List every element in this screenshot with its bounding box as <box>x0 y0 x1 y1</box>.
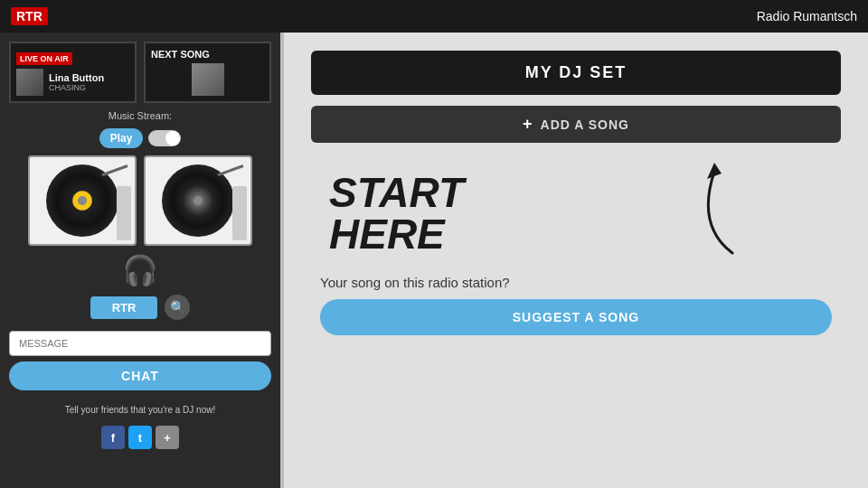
nav-title: Radio Rumantsch <box>757 9 857 23</box>
share-text: Tell your friends that you're a DJ now! <box>9 405 271 415</box>
play-button[interactable]: Play <box>99 128 144 148</box>
next-song-label: NEXT SONG <box>151 49 264 60</box>
live-thumbnail <box>16 69 43 96</box>
platter-right <box>232 186 247 240</box>
tonearm-right <box>217 164 243 176</box>
twitter-icon[interactable]: t <box>128 426 152 449</box>
right-panel: MY DJ SET + ADD A SONG START HERE Your s… <box>284 33 868 488</box>
rtr-logo: RTR <box>11 7 48 25</box>
add-song-plus-icon: + <box>523 115 533 134</box>
suggest-section: Your song on this radio station? SUGGEST… <box>311 275 841 335</box>
tonearm-left <box>101 164 127 176</box>
start-here-text: START HERE <box>329 172 464 255</box>
vinyl-hole-right <box>193 196 203 205</box>
live-badge: LIVE ON AIR <box>16 52 72 65</box>
svg-marker-0 <box>707 163 722 179</box>
plus-icon[interactable]: + <box>156 426 179 449</box>
main-layout: LIVE ON AIR Lina Button CHASING NEXT SON… <box>0 33 868 488</box>
top-nav: RTR Radio Rumantsch <box>0 0 868 33</box>
live-info: Lina Button CHASING <box>16 69 129 96</box>
play-toggle-row: Play <box>9 128 271 148</box>
start-here-arrow <box>642 154 769 262</box>
vinyl-hole-left <box>78 196 87 205</box>
vinyl-left <box>46 164 118 237</box>
live-text: Lina Button CHASING <box>49 72 104 92</box>
station-row: RTR 🔍 <box>9 295 271 320</box>
turntables <box>9 155 271 246</box>
live-on-air-panel: LIVE ON AIR Lina Button CHASING <box>9 42 137 103</box>
play-toggle-switch[interactable] <box>148 130 181 146</box>
live-song: CHASING <box>49 83 104 92</box>
start-here-line2: HERE <box>329 213 464 255</box>
headphones-icon: 🎧 <box>122 253 158 287</box>
dj-set-bar: MY DJ SET <box>311 51 841 95</box>
add-song-bar[interactable]: + ADD A SONG <box>311 106 841 143</box>
turntable-left <box>28 155 137 246</box>
music-stream-label: Music Stream: <box>9 110 271 121</box>
live-artist: Lina Button <box>49 72 104 83</box>
chat-section: CHAT <box>9 331 271 390</box>
now-next-row: LIVE ON AIR Lina Button CHASING NEXT SON… <box>9 42 271 103</box>
left-panel: LIVE ON AIR Lina Button CHASING NEXT SON… <box>0 33 280 488</box>
social-icons: f t + <box>9 426 271 449</box>
facebook-icon[interactable]: f <box>101 426 125 449</box>
next-song-panel: NEXT SONG <box>144 42 271 103</box>
vinyl-right <box>162 164 234 237</box>
search-icon[interactable]: 🔍 <box>165 295 190 320</box>
turntable-right <box>144 155 252 246</box>
message-input[interactable] <box>9 331 271 356</box>
headphones-area: 🎧 <box>9 253 271 287</box>
next-song-thumbnail <box>192 63 224 96</box>
suggest-button[interactable]: SUGGEST A SONG <box>320 299 832 335</box>
toggle-knob <box>165 131 180 145</box>
start-here-line1: START <box>329 172 464 213</box>
platter-left <box>117 186 131 240</box>
add-song-label: ADD A SONG <box>541 117 629 132</box>
station-button[interactable]: RTR <box>90 296 158 319</box>
suggest-label: Your song on this radio station? <box>320 275 832 290</box>
chat-button[interactable]: CHAT <box>9 361 271 390</box>
start-here-area: START HERE <box>311 154 841 264</box>
